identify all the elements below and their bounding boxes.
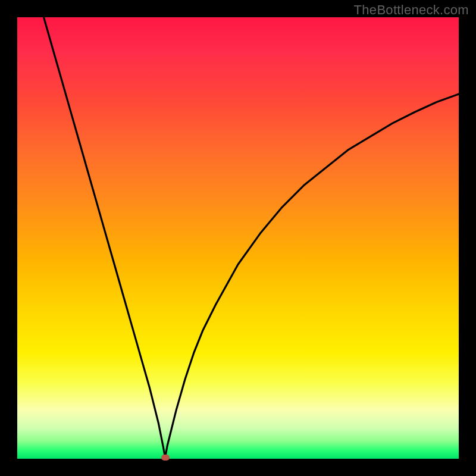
- chart-frame: TheBottleneck.com: [0, 0, 476, 476]
- watermark-text: TheBottleneck.com: [354, 2, 469, 18]
- bottleneck-curve: [17, 17, 459, 459]
- optimal-point-marker: [161, 455, 170, 461]
